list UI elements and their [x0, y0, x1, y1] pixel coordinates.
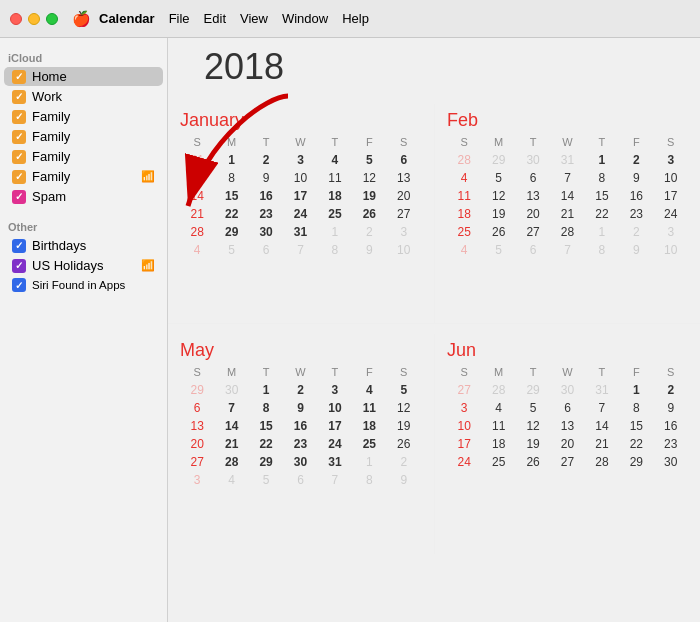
month-february: Feb S M T W T F S 28 29 30 — [434, 104, 700, 323]
cal-day[interactable]: 3 — [283, 151, 317, 169]
cal-day[interactable]: 3 — [387, 223, 421, 241]
cal-day[interactable]: 4 — [318, 151, 352, 169]
sidebar-item-birthdays[interactable]: ✓ Birthdays — [4, 236, 163, 255]
sidebar-item-family3[interactable]: ✓ Family — [4, 147, 163, 166]
cal-day[interactable]: 18 — [318, 187, 352, 205]
year-label: 2018 — [184, 46, 684, 96]
calendar-checkbox-family2[interactable]: ✓ — [12, 130, 26, 144]
menu-file[interactable]: File — [169, 11, 190, 26]
month-january: January S M T W T F S 31 1 — [168, 104, 434, 323]
main-layout: iCloud ✓ Home ✓ Work ✓ Family ✓ — [0, 38, 700, 622]
cal-day[interactable]: 21 — [180, 205, 214, 223]
calendar-checkbox-family4[interactable]: ✓ — [12, 170, 26, 184]
sidebar-item-work[interactable]: ✓ Work — [4, 87, 163, 106]
cal-day[interactable]: 1 — [318, 223, 352, 241]
cal-day[interactable]: 27 — [387, 205, 421, 223]
close-button[interactable] — [10, 13, 22, 25]
cal-day[interactable]: 15 — [214, 187, 248, 205]
cal-header-june: S M T W T F S — [447, 365, 688, 379]
sidebar-item-usholidays[interactable]: ✓ US Holidays 📶 — [4, 256, 163, 275]
sidebar-label-home: Home — [32, 69, 155, 84]
other-section-label: Other — [0, 215, 167, 235]
cal-day[interactable]: 19 — [352, 187, 386, 205]
calendar-checkbox-work[interactable]: ✓ — [12, 90, 26, 104]
menu-edit[interactable]: Edit — [204, 11, 226, 26]
cal-week-feb-5: 25 26 27 28 1 2 3 — [447, 223, 688, 241]
sidebar-item-spam[interactable]: ✓ Spam — [4, 187, 163, 206]
month-name-february: Feb — [447, 110, 688, 131]
sidebar-item-family4[interactable]: ✓ Family 📶 — [4, 167, 163, 186]
cal-day[interactable]: 28 — [180, 223, 214, 241]
cal-week-may-1: 29 30 1 2 3 4 5 — [180, 381, 421, 399]
cal-day[interactable]: 24 — [283, 205, 317, 223]
menu-view[interactable]: View — [240, 11, 268, 26]
cal-day[interactable]: 9 — [352, 241, 386, 259]
cal-day[interactable]: 11 — [318, 169, 352, 187]
sidebar-item-home[interactable]: ✓ Home — [4, 67, 163, 86]
cal-day[interactable]: 9 — [249, 169, 283, 187]
cal-day[interactable]: 2 — [352, 223, 386, 241]
cal-day[interactable]: 26 — [352, 205, 386, 223]
cal-day[interactable]: 6 — [387, 151, 421, 169]
sidebar-label-usholidays: US Holidays — [32, 258, 135, 273]
sidebar-label-birthdays: Birthdays — [32, 238, 155, 253]
cal-day[interactable]: 10 — [387, 241, 421, 259]
col-header-fri: F — [352, 135, 386, 149]
cal-day[interactable]: 10 — [283, 169, 317, 187]
maximize-button[interactable] — [46, 13, 58, 25]
cal-week-feb-4: 18 19 20 21 22 23 24 — [447, 205, 688, 223]
cal-day[interactable]: 4 — [180, 241, 214, 259]
months-row-2: May S M T W T F S 29 30 1 — [168, 334, 700, 554]
cal-day[interactable]: 16 — [249, 187, 283, 205]
cal-day[interactable]: 31 — [283, 223, 317, 241]
calendar-checkbox-family3[interactable]: ✓ — [12, 150, 26, 164]
cal-day[interactable]: 5 — [214, 241, 248, 259]
cal-day[interactable]: 29 — [214, 223, 248, 241]
cal-day[interactable]: 17 — [283, 187, 317, 205]
cal-day[interactable]: 12 — [352, 169, 386, 187]
calendar-checkbox-siri[interactable]: ✓ — [12, 278, 26, 292]
cal-week-jan-2: 7 8 9 10 11 12 13 — [180, 169, 421, 187]
cal-day[interactable]: 20 — [387, 187, 421, 205]
cal-day[interactable]: 13 — [387, 169, 421, 187]
col-header-sat: S — [387, 135, 421, 149]
cal-header-may: S M T W T F S — [180, 365, 421, 379]
cal-day[interactable]: 14 — [180, 187, 214, 205]
cal-day[interactable]: 1 — [214, 151, 248, 169]
calendar-checkbox-family1[interactable]: ✓ — [12, 110, 26, 124]
menu-window[interactable]: Window — [282, 11, 328, 26]
cal-day[interactable]: 25 — [318, 205, 352, 223]
month-name-january: January — [180, 110, 421, 131]
sidebar: iCloud ✓ Home ✓ Work ✓ Family ✓ — [0, 38, 168, 622]
app-name[interactable]: Calendar — [99, 11, 155, 26]
cal-day[interactable]: 8 — [214, 169, 248, 187]
cal-day[interactable]: 30 — [249, 223, 283, 241]
sidebar-item-family2[interactable]: ✓ Family — [4, 127, 163, 146]
cal-week-may-2: 6 7 8 9 10 11 12 — [180, 399, 421, 417]
menu-help[interactable]: Help — [342, 11, 369, 26]
calendar-grid-january: S M T W T F S 31 1 2 3 4 — [180, 135, 421, 259]
cal-day[interactable]: 2 — [249, 151, 283, 169]
cal-week-jun-3: 10 11 12 13 14 15 16 — [447, 417, 688, 435]
month-june: Jun S M T W T F S 27 28 29 — [434, 334, 700, 554]
minimize-button[interactable] — [28, 13, 40, 25]
calendar-checkbox-usholidays[interactable]: ✓ — [12, 259, 26, 273]
cal-day[interactable]: 5 — [352, 151, 386, 169]
sidebar-item-family1[interactable]: ✓ Family — [4, 107, 163, 126]
row-spacer — [168, 324, 700, 334]
cal-day[interactable]: 6 — [249, 241, 283, 259]
cal-week-may-4: 20 21 22 23 24 25 26 — [180, 435, 421, 453]
cal-day[interactable]: 7 — [283, 241, 317, 259]
calendar-checkbox-home[interactable]: ✓ — [12, 70, 26, 84]
cal-day[interactable]: 8 — [318, 241, 352, 259]
sidebar-item-siri[interactable]: ✓ Siri Found in Apps — [4, 276, 163, 294]
month-name-may: May — [180, 340, 421, 361]
cal-day[interactable]: 23 — [249, 205, 283, 223]
cal-day[interactable]: 7 — [180, 169, 214, 187]
calendar-checkbox-spam[interactable]: ✓ — [12, 190, 26, 204]
calendar-checkbox-birthdays[interactable]: ✓ — [12, 239, 26, 253]
cal-day[interactable]: 31 — [180, 151, 214, 169]
cal-week-feb-2: 4 5 6 7 8 9 10 — [447, 169, 688, 187]
icloud-section-label: iCloud — [0, 46, 167, 66]
cal-day[interactable]: 22 — [214, 205, 248, 223]
